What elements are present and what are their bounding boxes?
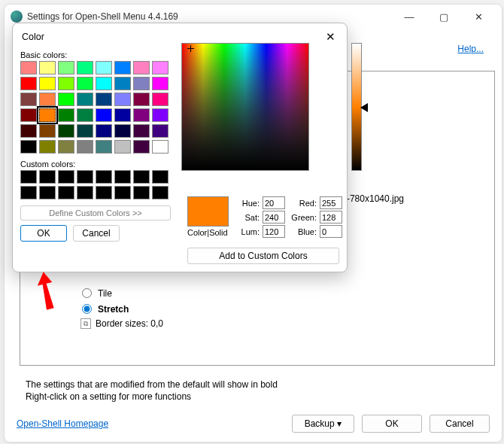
custom-swatch[interactable] <box>114 170 131 184</box>
basic-swatch[interactable] <box>96 108 112 122</box>
maximize-button[interactable]: ▢ <box>427 5 461 29</box>
radio-stretch-row[interactable]: Stretch <box>80 303 487 315</box>
footer-line1: The settings that are modified from the … <box>26 379 278 391</box>
basic-swatch[interactable] <box>58 140 74 154</box>
basic-swatch[interactable] <box>96 77 112 90</box>
basic-swatch[interactable] <box>77 140 93 154</box>
basic-swatch[interactable] <box>58 61 74 75</box>
color-cancel-button[interactable]: Cancel <box>73 225 120 242</box>
basic-swatch[interactable] <box>114 93 131 106</box>
basic-swatch[interactable] <box>77 77 93 90</box>
close-button[interactable]: ✕ <box>461 5 496 29</box>
lum-label: Lum: <box>238 227 260 236</box>
custom-swatch[interactable] <box>58 170 74 184</box>
ok-button[interactable]: OK <box>362 415 422 433</box>
basic-swatch[interactable] <box>20 93 37 106</box>
basic-swatch[interactable] <box>39 140 56 154</box>
sat-input[interactable] <box>263 211 285 224</box>
custom-swatch[interactable] <box>58 186 74 199</box>
basic-swatch[interactable] <box>39 93 56 106</box>
green-input[interactable] <box>320 211 342 224</box>
radio-tile-label: Tile <box>98 288 112 299</box>
custom-swatch[interactable] <box>39 186 56 199</box>
custom-swatch[interactable] <box>114 186 131 199</box>
basic-swatch[interactable] <box>77 61 93 75</box>
custom-swatch[interactable] <box>96 170 112 184</box>
basic-swatch[interactable] <box>58 108 74 122</box>
cancel-button[interactable]: Cancel <box>430 415 490 433</box>
radio-tile[interactable] <box>82 288 92 298</box>
app-icon <box>11 11 23 23</box>
blue-label: Blue: <box>288 227 317 236</box>
custom-swatch[interactable] <box>20 170 37 184</box>
gradient-picker[interactable] <box>181 43 309 171</box>
green-label: Green: <box>288 213 317 222</box>
custom-swatch[interactable] <box>77 186 93 199</box>
help-link[interactable]: Help... <box>457 44 484 54</box>
color-ok-button[interactable]: OK <box>20 225 67 242</box>
close-icon[interactable]: ✕ <box>323 29 338 44</box>
basic-swatch[interactable] <box>96 140 112 154</box>
radio-tile-row[interactable]: Tile <box>80 287 487 300</box>
add-custom-button[interactable]: Add to Custom Colors <box>187 248 339 264</box>
basic-swatch[interactable] <box>39 124 56 138</box>
blue-input[interactable] <box>320 225 342 238</box>
basic-swatch[interactable] <box>133 61 150 75</box>
custom-swatch[interactable] <box>133 186 150 199</box>
footer-note: The settings that are modified from the … <box>26 379 278 403</box>
basic-swatch[interactable] <box>152 61 169 75</box>
custom-swatch[interactable] <box>96 186 112 199</box>
basic-swatch[interactable] <box>20 124 37 138</box>
basic-swatch[interactable] <box>133 140 150 154</box>
basic-swatch[interactable] <box>58 77 74 90</box>
basic-swatch[interactable] <box>114 108 131 122</box>
basic-swatch[interactable] <box>152 140 169 154</box>
basic-swatch[interactable] <box>133 124 150 138</box>
custom-swatch[interactable] <box>133 170 150 184</box>
basic-swatch[interactable] <box>114 124 131 138</box>
basic-swatch[interactable] <box>96 124 112 138</box>
basic-swatch[interactable] <box>39 77 56 90</box>
basic-swatch[interactable] <box>114 61 131 75</box>
basic-swatch[interactable] <box>133 108 150 122</box>
basic-swatch[interactable] <box>77 124 93 138</box>
basic-swatch[interactable] <box>133 77 150 90</box>
custom-swatch[interactable] <box>77 170 93 184</box>
hue-input[interactable] <box>263 196 285 209</box>
radio-stretch-label: Stretch <box>98 304 129 315</box>
filename-fragment: -9-780x1040.jpg <box>339 193 404 204</box>
basic-swatch[interactable] <box>96 93 112 106</box>
define-custom-button[interactable]: Define Custom Colors >> <box>20 205 171 220</box>
basic-swatch[interactable] <box>20 61 37 75</box>
custom-swatch[interactable] <box>152 186 169 199</box>
red-input[interactable] <box>320 196 342 209</box>
basic-swatch[interactable] <box>114 77 131 90</box>
basic-swatch[interactable] <box>58 93 74 106</box>
basic-swatch[interactable] <box>152 93 169 106</box>
basic-swatch[interactable] <box>77 108 93 122</box>
basic-swatch[interactable] <box>96 61 112 75</box>
basic-swatch[interactable] <box>152 108 169 122</box>
backup-button[interactable]: Backup <box>292 415 354 433</box>
custom-swatch[interactable] <box>39 170 56 184</box>
basic-swatch[interactable] <box>39 108 56 122</box>
basic-swatch[interactable] <box>20 108 37 122</box>
basic-swatch[interactable] <box>20 140 37 154</box>
basic-swatch[interactable] <box>133 93 150 106</box>
basic-swatch[interactable] <box>114 140 131 154</box>
minimize-button[interactable]: — <box>392 5 427 29</box>
custom-swatch[interactable] <box>152 170 169 184</box>
crosshair-icon <box>187 45 194 52</box>
color-dialog: Color ✕ Basic colors: Custom colors: Def… <box>12 23 348 272</box>
radio-stretch[interactable] <box>82 304 92 314</box>
basic-swatch[interactable] <box>152 124 169 138</box>
homepage-link[interactable]: Open-Shell Homepage <box>17 418 284 429</box>
basic-swatch[interactable] <box>58 124 74 138</box>
basic-swatch[interactable] <box>152 77 169 90</box>
basic-swatch[interactable] <box>20 77 37 90</box>
lum-input[interactable] <box>263 225 285 238</box>
custom-swatch[interactable] <box>20 186 37 199</box>
basic-swatch[interactable] <box>39 61 56 75</box>
border-sizes-row[interactable]: ⧉ Border sizes: 0,0 <box>80 318 487 329</box>
basic-swatch[interactable] <box>77 93 93 106</box>
